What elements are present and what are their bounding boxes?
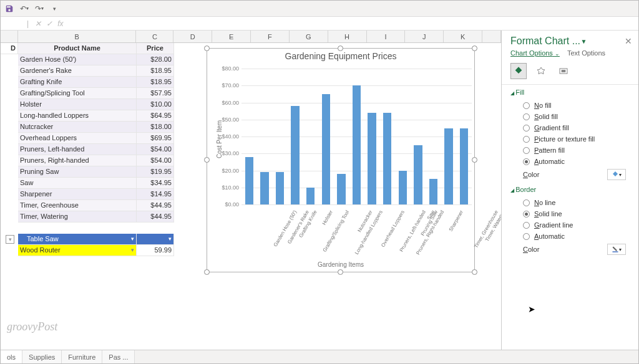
chart-bar[interactable] <box>337 174 346 204</box>
filter-dropdown-icon[interactable]: ▾ <box>6 235 14 244</box>
fill-option[interactable]: No fill <box>502 100 638 111</box>
chart-bar[interactable] <box>444 128 453 204</box>
cell[interactable]: Table Saw <box>18 234 137 245</box>
chart-title[interactable]: Gardening Equipment Prices <box>207 51 474 61</box>
chart-object[interactable]: Gardening Equipment Prices Cost Per Item… <box>207 48 475 272</box>
cell[interactable]: Product Name <box>18 43 137 54</box>
chart-bar[interactable] <box>291 106 300 204</box>
format-pane-dropdown-icon[interactable]: ▼ <box>581 38 587 45</box>
cancel-formula-icon[interactable]: ✕ <box>35 19 41 28</box>
column-header-F[interactable]: F <box>251 31 290 42</box>
cell[interactable]: Timer, Greenhouse <box>18 200 137 211</box>
border-option[interactable]: Gradient line <box>502 219 638 231</box>
chart-bar[interactable] <box>399 171 407 204</box>
border-section-header[interactable]: Border <box>502 182 638 197</box>
cell[interactable]: $44.95 <box>137 200 174 211</box>
enter-formula-icon[interactable]: ✓ <box>46 19 52 28</box>
sheet-tab[interactable]: Furniture <box>62 350 102 363</box>
border-option[interactable]: Automatic <box>502 231 638 242</box>
column-header-corner[interactable] <box>482 31 501 42</box>
cell[interactable]: $18.95 <box>137 77 174 88</box>
chart-bar[interactable] <box>414 145 422 204</box>
column-header-J[interactable]: J <box>405 31 444 42</box>
text-options-tab[interactable]: Text Options <box>567 49 605 57</box>
fill-option[interactable]: Gradient fill <box>502 122 638 133</box>
fx-icon[interactable]: fx <box>57 19 63 28</box>
cell[interactable]: Grafting/Splicing Tool <box>18 88 137 99</box>
fill-section-header[interactable]: Fill <box>502 85 638 100</box>
cell[interactable]: $18.95 <box>137 65 174 77</box>
cell[interactable]: Pruners, Left-handed <box>18 144 137 155</box>
cell[interactable]: Sharpener <box>18 189 137 200</box>
cell[interactable]: $34.95 <box>137 178 174 189</box>
column-header-K[interactable]: K <box>444 31 482 42</box>
column-header-I[interactable]: I <box>367 31 406 42</box>
undo-icon[interactable]: ↶ ▾ <box>19 4 29 14</box>
save-icon[interactable] <box>4 4 14 14</box>
worksheet[interactable]: BCDEFGHIJK Gardening Equipment Prices <box>1 31 501 350</box>
cell[interactable] <box>137 234 174 245</box>
fill-option[interactable]: Pattern fill <box>502 145 638 156</box>
cell[interactable]: Pruners, Right-handed <box>18 155 137 166</box>
chart-bar[interactable] <box>460 128 469 204</box>
cell[interactable]: Timer, Watering <box>18 211 137 223</box>
cell[interactable]: $54.00 <box>137 144 174 155</box>
column-header-H[interactable]: H <box>328 31 367 42</box>
chart-bar[interactable] <box>383 113 392 204</box>
chart-bar[interactable] <box>306 188 315 204</box>
cell[interactable]: Pruning Saw <box>18 166 137 178</box>
column-header-D[interactable]: D <box>173 31 212 42</box>
grid[interactable]: Gardening Equipment Prices Cost Per Item… <box>1 43 501 350</box>
chart-bar[interactable] <box>429 179 438 204</box>
column-header-B[interactable]: B <box>18 31 137 42</box>
fill-option[interactable]: Automatic <box>502 156 638 167</box>
cell[interactable]: Nutcracker <box>18 122 137 133</box>
border-option[interactable]: Solid line <box>502 208 638 219</box>
cell[interactable]: $64.95 <box>137 110 174 122</box>
cell[interactable]: Grafting Knife <box>18 77 137 88</box>
redo-icon[interactable]: ↷ ▾ <box>34 4 44 14</box>
cell[interactable]: 59.99 <box>137 245 174 256</box>
column-header-corner[interactable] <box>1 31 18 42</box>
chart-plot-area[interactable]: $0.00$10.00$20.00$30.00$40.00$50.00$60.0… <box>241 69 472 204</box>
cell[interactable]: $57.95 <box>137 88 174 99</box>
qat-customize-icon[interactable]: ▾ <box>49 4 59 14</box>
sheet-tab[interactable]: Pas ... <box>102 350 135 363</box>
column-header-G[interactable]: G <box>290 31 328 42</box>
cell[interactable]: $54.00 <box>137 155 174 166</box>
sheet-tab-strip[interactable]: olsSuppliesFurniturePas ... <box>1 350 638 363</box>
cell[interactable]: Price <box>137 43 174 54</box>
cell[interactable]: $19.95 <box>137 166 174 178</box>
chart-bar[interactable] <box>260 172 269 204</box>
chart-bar[interactable] <box>245 157 254 204</box>
chart-bar[interactable] <box>353 85 361 204</box>
column-header-E[interactable]: E <box>212 31 251 42</box>
border-color-picker[interactable]: ▾ <box>607 244 626 255</box>
cell[interactable]: Overhead Loppers <box>18 133 137 144</box>
fill-option[interactable]: Solid fill <box>502 111 638 122</box>
close-icon[interactable]: ✕ <box>625 36 632 46</box>
cell[interactable]: $18.00 <box>137 122 174 133</box>
cell[interactable]: $69.95 <box>137 133 174 144</box>
cell[interactable]: Saw <box>18 178 137 189</box>
column-header-C[interactable]: C <box>136 31 173 42</box>
cell[interactable]: $44.95 <box>137 211 174 223</box>
cell[interactable]: $14.95 <box>137 189 174 200</box>
chart-x-axis-label[interactable]: Gardening Items <box>207 261 474 268</box>
sheet-tab[interactable]: Supplies <box>22 350 62 363</box>
chart-options-tab[interactable]: Chart Options ⌄ <box>510 49 560 57</box>
chart-bar[interactable] <box>368 113 376 204</box>
fill-color-picker[interactable]: ▾ <box>607 169 626 180</box>
fill-option[interactable]: Picture or texture fill <box>502 133 638 145</box>
size-properties-icon[interactable] <box>555 63 572 79</box>
sheet-tab[interactable]: ols <box>1 350 22 363</box>
cell[interactable]: $10.00 <box>137 99 174 110</box>
cell[interactable]: Holster <box>18 99 137 110</box>
cell[interactable]: Long-handled Loppers <box>18 110 137 122</box>
chart-bar[interactable] <box>322 94 331 204</box>
chart-bar[interactable] <box>276 172 285 204</box>
cell[interactable]: Gardener's Rake <box>18 65 137 77</box>
cell[interactable]: Garden Hose (50') <box>18 54 137 65</box>
cell[interactable]: Wood Router <box>18 245 137 256</box>
cell[interactable]: $28.00 <box>137 54 174 65</box>
